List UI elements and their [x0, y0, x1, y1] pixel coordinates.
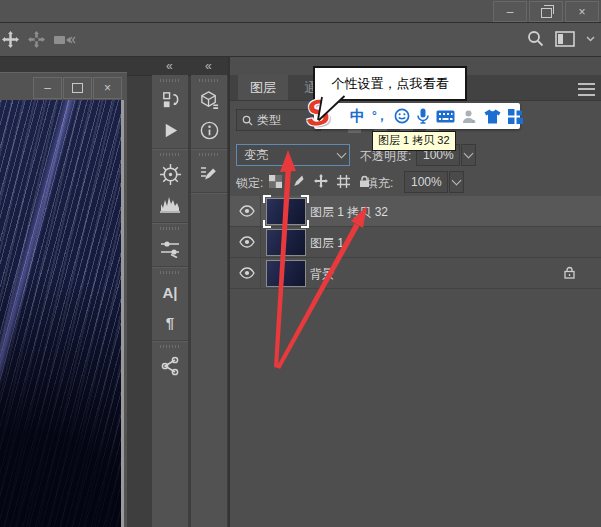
panel-dock-column-a: A| ¶: [152, 75, 188, 527]
layer-name-tooltip: 图层 1 拷贝 32: [372, 131, 456, 151]
panel-dock-column-b: [191, 75, 227, 527]
histogram-icon[interactable]: [155, 189, 185, 219]
close-icon: ×: [104, 81, 111, 95]
fill-value-text: 100%: [411, 175, 442, 189]
background-lock-icon: [564, 266, 575, 279]
restore-button[interactable]: [529, 1, 563, 22]
share-icon[interactable]: [155, 351, 185, 381]
layer-thumbnail[interactable]: [266, 260, 306, 287]
info-icon[interactable]: [194, 115, 224, 145]
dock-grip[interactable]: [160, 153, 180, 156]
dock-grip[interactable]: [160, 79, 180, 82]
voice-icon[interactable]: [417, 108, 429, 124]
opacity-dropdown-button[interactable]: [461, 144, 476, 166]
fill-dropdown-button[interactable]: [449, 171, 464, 193]
doc-close-button[interactable]: ×: [93, 77, 122, 99]
chevron-down-icon: [464, 149, 474, 159]
layer-thumbnail[interactable]: [266, 198, 306, 225]
adjustments-sliders-icon[interactable]: [155, 233, 185, 263]
toolbox-icon[interactable]: [508, 109, 523, 124]
lock-artboard-icon[interactable]: [337, 175, 350, 188]
visibility-eye-icon[interactable]: [239, 267, 255, 279]
options-bar: [0, 23, 601, 58]
rotate-3d-icon[interactable]: [2, 31, 19, 48]
layer-row-selected[interactable]: 图层 1 拷贝 32: [230, 196, 601, 227]
layer-name[interactable]: 图层 1: [310, 235, 344, 252]
skin-icon[interactable]: [484, 109, 501, 124]
fill-label: 填充:: [366, 175, 393, 192]
keyboard-icon[interactable]: [436, 110, 455, 123]
collapse-panels-icon[interactable]: «: [205, 57, 210, 75]
dock-grip[interactable]: [160, 271, 180, 274]
punctuation-icon[interactable]: °，: [372, 108, 387, 124]
character-icon[interactable]: A|: [155, 277, 185, 307]
navigator-wheel-icon[interactable]: [155, 159, 185, 189]
restore-icon: [541, 8, 552, 18]
blend-mode-value: 变亮: [244, 147, 268, 164]
visibility-eye-icon[interactable]: [239, 236, 255, 248]
search-icon: [242, 115, 253, 126]
ime-toolbar: 中 °， s: [314, 103, 520, 129]
emoji-icon[interactable]: [394, 108, 410, 124]
maximize-icon: [72, 83, 83, 93]
layer-name[interactable]: 背景: [310, 266, 334, 283]
pan-3d-icon[interactable]: [28, 31, 45, 48]
layer-name[interactable]: 图层 1 拷贝 32: [310, 204, 388, 221]
lock-paint-icon[interactable]: [291, 174, 305, 188]
workspace-switcher-icon[interactable]: [555, 31, 575, 47]
chevron-down-icon[interactable]: [586, 36, 595, 42]
layer-thumbnail[interactable]: [266, 229, 306, 256]
actions-play-icon[interactable]: [155, 115, 185, 145]
account-icon[interactable]: s: [462, 109, 477, 124]
minimize-icon: –: [507, 5, 514, 19]
dock-grip[interactable]: [199, 153, 219, 156]
doc-maximize-button[interactable]: [63, 77, 92, 99]
tab-layers[interactable]: 图层: [238, 75, 288, 100]
filter-type-label: 类型: [257, 112, 281, 129]
camera-3d-icon[interactable]: [54, 33, 76, 47]
layer-row-background[interactable]: 背景: [230, 258, 601, 289]
chevron-down-icon: [452, 176, 462, 186]
visibility-eye-icon[interactable]: [239, 205, 255, 217]
lock-position-icon[interactable]: [314, 174, 328, 188]
history-icon[interactable]: [155, 85, 185, 115]
image-canvas[interactable]: [0, 100, 124, 527]
minimize-icon: –: [44, 81, 51, 95]
blend-mode-dropdown[interactable]: 变亮: [236, 144, 350, 166]
ime-tooltip-bubble[interactable]: 个性设置，点我看看: [313, 66, 467, 101]
minimize-button[interactable]: –: [493, 1, 527, 22]
layers-panel-body: 类型 变亮 不透明度: 100% 锁定:: [230, 100, 601, 527]
collapse-panels-icon[interactable]: «: [166, 57, 171, 75]
close-button[interactable]: ×: [565, 1, 599, 22]
lock-transparent-icon[interactable]: [269, 175, 282, 188]
paragraph-icon[interactable]: ¶: [155, 307, 185, 337]
dock-grip[interactable]: [199, 79, 219, 82]
photoshop-window: – ×: [0, 0, 601, 527]
search-icon[interactable]: [527, 30, 544, 47]
lock-label: 锁定:: [236, 175, 263, 192]
dock-grip[interactable]: [160, 227, 180, 230]
dock-grip[interactable]: [160, 345, 180, 348]
close-icon: ×: [578, 5, 585, 19]
lang-toggle-icon[interactable]: 中: [350, 108, 365, 124]
chevron-down-icon: [337, 149, 347, 159]
panel-menu-icon[interactable]: [578, 83, 595, 96]
fill-value[interactable]: 100%: [404, 171, 448, 193]
app-titlebar: – ×: [0, 0, 601, 23]
doc-minimize-button[interactable]: –: [33, 77, 62, 99]
svg-text:s: s: [472, 118, 475, 124]
layer-row[interactable]: 图层 1: [230, 227, 601, 258]
3d-cube-icon[interactable]: [194, 85, 224, 115]
brush-presets-icon[interactable]: [194, 159, 224, 189]
sogou-logo[interactable]: S: [304, 94, 332, 132]
